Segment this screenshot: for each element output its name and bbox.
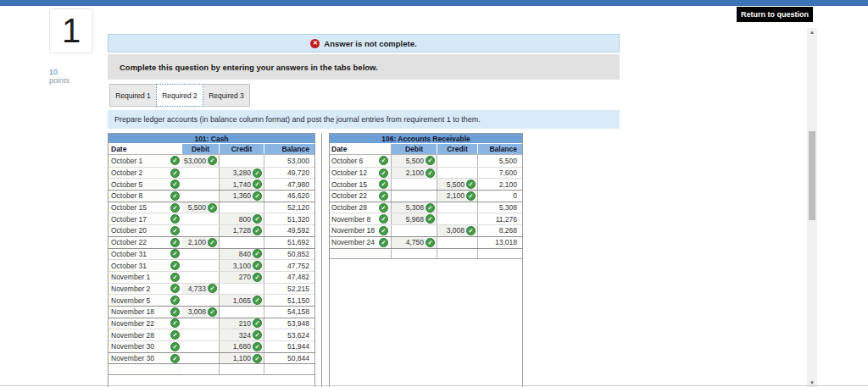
- debit-cell[interactable]: 53,000✓: [182, 155, 220, 167]
- credit-cell[interactable]: 3,008✓: [437, 225, 478, 236]
- debit-cell[interactable]: [182, 318, 220, 329]
- debit-cell[interactable]: [182, 213, 220, 224]
- tab-required-3[interactable]: Required 3: [203, 84, 250, 107]
- credit-cell[interactable]: 324✓: [220, 329, 264, 340]
- debit-cell[interactable]: 5,968✓: [392, 213, 437, 224]
- date-cell[interactable]: November 1✓: [108, 272, 182, 283]
- date-cell[interactable]: October 2✓: [108, 168, 182, 179]
- date-cell[interactable]: October 28✓: [330, 202, 392, 213]
- debit-cell[interactable]: [182, 341, 220, 352]
- date-cell[interactable]: October 1✓: [108, 155, 182, 167]
- credit-cell[interactable]: [220, 237, 264, 248]
- credit-cell[interactable]: [220, 307, 264, 318]
- credit-cell[interactable]: 3,280✓: [220, 168, 264, 179]
- credit-cell[interactable]: [437, 155, 478, 167]
- credit-cell[interactable]: 3,100✓: [220, 260, 264, 271]
- date-cell[interactable]: November 5✓: [108, 295, 182, 306]
- date-cell[interactable]: November 8✓: [330, 213, 392, 224]
- date-cell[interactable]: October 17✓: [108, 213, 182, 224]
- return-to-question-button[interactable]: Return to question: [737, 7, 813, 22]
- credit-cell[interactable]: 1,728✓: [220, 225, 264, 236]
- credit-cell[interactable]: 1,100✓: [220, 353, 264, 364]
- debit-cell[interactable]: 4,733✓: [182, 284, 220, 295]
- credit-cell[interactable]: [437, 213, 478, 224]
- scrollbar-thumb[interactable]: [809, 131, 815, 220]
- debit-cell[interactable]: 5,500✓: [392, 155, 437, 167]
- debit-cell[interactable]: 5,500✓: [182, 202, 220, 213]
- credit-cell[interactable]: 5,500✓: [437, 179, 478, 190]
- balance-value: 11,276: [496, 215, 517, 224]
- date-cell[interactable]: November 22✓: [108, 318, 182, 329]
- debit-cell[interactable]: [182, 225, 220, 236]
- credit-cell[interactable]: [437, 168, 478, 179]
- credit-cell[interactable]: 1,065✓: [220, 295, 264, 306]
- credit-cell[interactable]: 800✓: [220, 213, 264, 224]
- debit-cell[interactable]: [182, 249, 220, 260]
- credit-cell[interactable]: 1,680✓: [220, 341, 264, 352]
- debit-cell[interactable]: [182, 353, 220, 364]
- debit-cell[interactable]: [392, 191, 437, 202]
- credit-cell[interactable]: [220, 155, 264, 167]
- date-cell[interactable]: October 22✓: [108, 237, 182, 248]
- credit-cell[interactable]: [220, 202, 264, 213]
- debit-cell[interactable]: [182, 168, 220, 179]
- date-cell[interactable]: October 31✓: [108, 260, 182, 271]
- credit-cell[interactable]: 270✓: [220, 272, 264, 283]
- debit-cell[interactable]: [392, 225, 437, 236]
- date-cell[interactable]: October 12✓: [330, 168, 392, 179]
- balance-cell: 49,720: [264, 168, 314, 179]
- credit-cell[interactable]: 1,360✓: [220, 191, 264, 202]
- date-cell[interactable]: October 15✓: [330, 179, 392, 190]
- date-cell[interactable]: October 6✓: [330, 155, 392, 167]
- date-cell[interactable]: October 8✓: [108, 191, 182, 202]
- points-block: 10 points: [49, 68, 70, 85]
- vertical-scrollbar[interactable]: ▲ ▼: [807, 28, 817, 387]
- date-cell[interactable]: November 18✓: [108, 307, 182, 318]
- debit-cell[interactable]: 4,750✓: [392, 237, 437, 248]
- date-cell[interactable]: October 5✓: [108, 179, 182, 190]
- debit-cell[interactable]: [182, 272, 220, 283]
- debit-cell[interactable]: [182, 364, 220, 374]
- debit-cell[interactable]: 2,100✓: [182, 237, 220, 248]
- debit-cell[interactable]: [182, 179, 220, 190]
- credit-cell[interactable]: [220, 364, 264, 374]
- date-value: November 1: [111, 273, 150, 281]
- debit-cell[interactable]: [182, 329, 220, 340]
- debit-cell[interactable]: [182, 191, 220, 202]
- debit-cell[interactable]: [182, 295, 220, 306]
- date-cell[interactable]: October 22✓: [330, 191, 392, 202]
- balance-cell: 52,120: [264, 202, 314, 213]
- credit-cell[interactable]: [437, 202, 478, 213]
- date-cell[interactable]: October 15✓: [108, 202, 182, 213]
- credit-cell[interactable]: 840✓: [220, 249, 264, 260]
- debit-cell[interactable]: [392, 249, 437, 259]
- debit-cell[interactable]: [392, 179, 437, 190]
- date-cell[interactable]: November 18✓: [330, 225, 392, 236]
- debit-cell[interactable]: 3,008✓: [182, 307, 220, 318]
- credit-cell[interactable]: [437, 249, 478, 259]
- date-cell[interactable]: November 28✓: [108, 329, 182, 340]
- debit-cell[interactable]: [182, 260, 220, 271]
- tab-required-1[interactable]: Required 1: [109, 84, 157, 107]
- date-cell[interactable]: [330, 249, 392, 259]
- date-cell[interactable]: November 24✓: [330, 237, 392, 248]
- credit-cell[interactable]: [220, 284, 264, 295]
- debit-cell[interactable]: 2,100✓: [392, 168, 437, 179]
- date-value: October 31: [111, 262, 147, 270]
- credit-cell[interactable]: 2,100✓: [437, 191, 478, 202]
- date-cell[interactable]: November 30✓: [108, 353, 182, 364]
- debit-cell[interactable]: 5,308✓: [392, 202, 437, 213]
- scrollbar-up-arrow-icon[interactable]: ▲: [807, 28, 817, 36]
- date-cell[interactable]: October 31✓: [108, 249, 182, 260]
- check-icon: ✓: [379, 203, 388, 213]
- date-cell[interactable]: November 2✓: [108, 284, 182, 295]
- ledger-row: November 18✓3,008✓8,268: [330, 224, 522, 236]
- check-icon: ✓: [253, 342, 262, 351]
- credit-cell[interactable]: 210✓: [220, 318, 264, 329]
- tab-required-2[interactable]: Required 2: [156, 84, 203, 107]
- date-cell[interactable]: October 20✓: [108, 225, 182, 236]
- date-cell[interactable]: November 30✓: [108, 341, 182, 352]
- credit-cell[interactable]: 1,740✓: [220, 179, 264, 190]
- credit-cell[interactable]: [437, 237, 478, 248]
- date-cell[interactable]: [108, 364, 182, 374]
